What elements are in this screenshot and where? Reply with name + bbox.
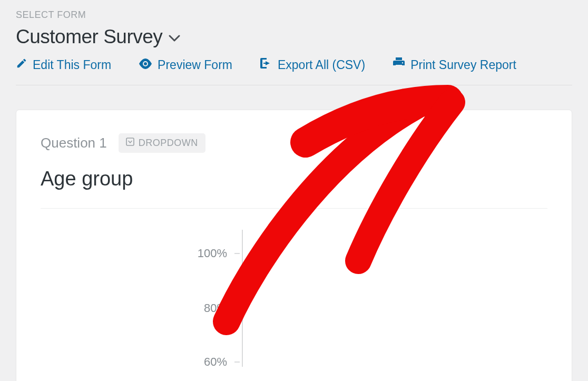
edit-form-label: Edit This Form xyxy=(33,58,111,72)
question-number: Question 1 xyxy=(41,135,107,151)
eye-icon xyxy=(139,58,152,72)
select-form-label: SELECT FORM xyxy=(16,9,572,21)
print-icon xyxy=(393,57,405,72)
field-type-label: DROPDOWN xyxy=(139,138,198,149)
form-name: Customer Survey xyxy=(16,26,162,48)
preview-form-link[interactable]: Preview Form xyxy=(139,57,232,72)
preview-form-label: Preview Form xyxy=(158,58,232,72)
print-report-link[interactable]: Print Survey Report xyxy=(393,57,516,72)
dropdown-icon xyxy=(126,138,134,149)
pencil-icon xyxy=(16,57,27,72)
tick-label-100: 100% xyxy=(41,247,234,260)
tick-label-80: 80% xyxy=(41,301,234,315)
action-bar: Edit This Form Preview Form Export All (… xyxy=(16,57,572,85)
chevron-down-icon xyxy=(169,35,180,42)
print-report-label: Print Survey Report xyxy=(410,58,516,72)
tick-mark xyxy=(234,308,240,309)
field-type-badge: DROPDOWN xyxy=(119,133,205,153)
tick-mark xyxy=(234,253,240,254)
divider xyxy=(41,208,547,209)
export-csv-label: Export All (CSV) xyxy=(278,58,365,72)
export-icon xyxy=(260,57,272,72)
edit-form-link[interactable]: Edit This Form xyxy=(16,57,111,72)
export-csv-link[interactable]: Export All (CSV) xyxy=(260,57,365,72)
tick-mark xyxy=(234,362,240,363)
tick-label-60: 60% xyxy=(41,355,234,369)
question-title: Age group xyxy=(41,168,547,190)
chart-area: 100% 80% 60% xyxy=(41,230,547,367)
svg-rect-0 xyxy=(126,138,134,145)
question-card: Question 1 DROPDOWN Age group 100% 80% 6… xyxy=(16,110,572,381)
form-selector[interactable]: Customer Survey xyxy=(16,26,572,48)
